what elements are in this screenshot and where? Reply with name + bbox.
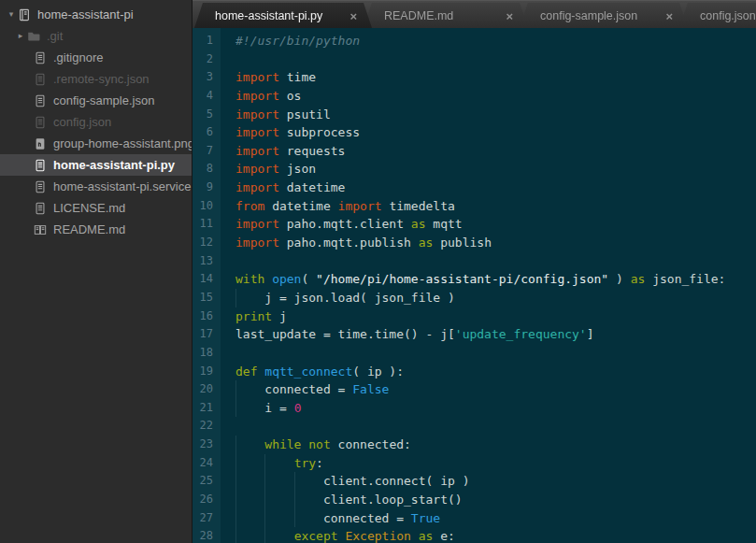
code-text: client.connect( ip ) <box>221 472 756 491</box>
indent-guide <box>264 472 265 491</box>
code-line-20[interactable]: 20 connected = False <box>193 380 756 399</box>
line-number[interactable]: 20 <box>193 380 221 399</box>
tree-item-label: config.json <box>53 115 111 129</box>
tab-label: config.json <box>700 9 756 22</box>
line-number[interactable]: 18 <box>193 344 221 363</box>
indent-guide <box>235 527 236 543</box>
code-line-8[interactable]: 8import json <box>193 160 756 179</box>
indent-guide <box>235 472 236 491</box>
line-number[interactable]: 12 <box>193 234 221 252</box>
line-number[interactable]: 2 <box>193 50 221 69</box>
tree-item-config-sample.json[interactable]: config-sample.json <box>0 90 192 111</box>
line-number[interactable]: 28 <box>193 527 221 543</box>
line-number[interactable]: 27 <box>193 509 221 528</box>
code-line-11[interactable]: 11import paho.mqtt.client as mqtt <box>193 215 756 234</box>
tree-item-README.md[interactable]: README.md <box>0 219 192 240</box>
code-line-17[interactable]: 17last_update = time.time() - j['update_… <box>193 325 756 344</box>
code-line-5[interactable]: 5import psutil <box>193 106 756 124</box>
code-line-7[interactable]: 7import requests <box>193 142 756 161</box>
code-line-25[interactable]: 25 client.connect( ip ) <box>193 472 756 491</box>
line-number[interactable]: 25 <box>193 472 221 491</box>
code-line-28[interactable]: 28 except Exception as e: <box>193 527 756 543</box>
line-number[interactable]: 1 <box>193 32 221 50</box>
code-text: #!/usr/bin/python <box>221 32 756 50</box>
code-text: import paho.mqtt.client as mqtt <box>221 215 756 234</box>
line-number[interactable]: 21 <box>193 399 221 418</box>
tree-item-group-home-assistant.png[interactable]: group-home-assistant.png <box>0 133 192 154</box>
line-number[interactable]: 22 <box>193 417 221 436</box>
line-number[interactable]: 8 <box>193 160 221 179</box>
code-line-6[interactable]: 6import subprocess <box>193 123 756 142</box>
line-number[interactable]: 14 <box>193 270 221 289</box>
code-line-14[interactable]: 14with open( "/home/pi/home-assistant-pi… <box>193 270 756 289</box>
indent-guide <box>235 436 236 454</box>
line-number[interactable]: 7 <box>193 142 221 161</box>
code-text: import subprocess <box>221 123 756 142</box>
line-number[interactable]: 11 <box>193 215 221 234</box>
code-line-9[interactable]: 9import datetime <box>193 179 756 197</box>
tab-config-sample.json[interactable]: config-sample.json× <box>520 3 688 28</box>
line-number[interactable]: 23 <box>193 436 221 454</box>
code-line-16[interactable]: 16print j <box>193 307 756 326</box>
code-editor[interactable]: 1#!/usr/bin/python23import time4import o… <box>193 28 756 543</box>
folder-icon <box>26 29 40 43</box>
tab-home-assistant-pi.py[interactable]: home-assistant-pi.py× <box>194 3 372 28</box>
code-line-12[interactable]: 12import paho.mqtt.publish as publish <box>193 234 756 252</box>
code-text: import requests <box>221 142 756 161</box>
tree-item-.git[interactable]: ▸.git <box>0 25 192 47</box>
indent-guide <box>294 491 295 509</box>
code-line-27[interactable]: 27 connected = True <box>193 509 756 528</box>
code-line-26[interactable]: 26 client.loop_start() <box>193 491 756 509</box>
line-number[interactable]: 10 <box>193 197 221 216</box>
code-text: import os <box>221 87 756 106</box>
code-line-19[interactable]: 19def mqtt_connect( ip ): <box>193 363 756 381</box>
line-number[interactable]: 19 <box>193 363 221 381</box>
code-line-15[interactable]: 15 j = json.load( json_file ) <box>193 289 756 307</box>
code-line-21[interactable]: 21 i = 0 <box>193 399 756 418</box>
code-line-4[interactable]: 4import os <box>193 87 756 106</box>
tree-item-LICENSE.md[interactable]: LICENSE.md <box>0 197 192 219</box>
line-number[interactable]: 24 <box>193 454 221 473</box>
chevron-right-icon[interactable]: ▸ <box>15 25 26 47</box>
line-number[interactable]: 26 <box>193 491 221 509</box>
line-number[interactable]: 6 <box>193 123 221 142</box>
code-line-1[interactable]: 1#!/usr/bin/python <box>193 32 756 50</box>
code-line-22[interactable]: 22 <box>193 417 756 436</box>
line-number[interactable]: 5 <box>193 106 221 124</box>
line-number[interactable]: 15 <box>193 289 221 307</box>
line-number[interactable]: 3 <box>193 68 221 87</box>
code-text: with open( "/home/pi/home-assistant-pi/c… <box>221 270 756 289</box>
chevron-down-icon[interactable]: ▾ <box>6 4 17 25</box>
close-icon[interactable]: × <box>506 9 513 21</box>
code-text: print j <box>221 307 756 326</box>
line-number[interactable]: 16 <box>193 307 221 326</box>
tree-item-.remote-sync.json[interactable]: .remote-sync.json <box>0 68 192 90</box>
tree-root-home-assistant-pi[interactable]: ▾home-assistant-pi <box>0 4 192 25</box>
file-tree: ▾home-assistant-pi▸.git.gitignore.remote… <box>0 0 192 240</box>
tree-item-home-assistant-pi.service[interactable]: home-assistant-pi.service <box>0 176 192 197</box>
close-icon[interactable]: × <box>665 9 673 21</box>
indent-guide <box>235 380 236 399</box>
line-number[interactable]: 13 <box>193 252 221 271</box>
tree-item-home-assistant-pi.py[interactable]: home-assistant-pi.py <box>0 154 192 176</box>
code-text: client.loop_start() <box>221 491 756 509</box>
code-line-2[interactable]: 2 <box>193 50 756 69</box>
repo-icon <box>17 7 31 21</box>
line-number[interactable]: 17 <box>193 325 221 344</box>
close-icon[interactable]: × <box>349 9 357 21</box>
code-line-13[interactable]: 13 <box>193 252 756 271</box>
code-line-10[interactable]: 10from datetime import timedelta <box>193 197 756 216</box>
tab-config.json[interactable]: config.json <box>679 3 756 28</box>
tree-item-label: home-assistant-pi.py <box>53 158 175 172</box>
indent-guide <box>264 491 265 509</box>
code-text: import datetime <box>221 179 756 197</box>
code-line-24[interactable]: 24 try: <box>193 454 756 473</box>
line-number[interactable]: 4 <box>193 87 221 106</box>
tree-item-.gitignore[interactable]: .gitignore <box>0 47 192 68</box>
code-line-23[interactable]: 23 while not connected: <box>193 436 756 454</box>
line-number[interactable]: 9 <box>193 179 221 197</box>
tab-README.md[interactable]: README.md× <box>364 3 528 28</box>
code-line-18[interactable]: 18 <box>193 344 756 363</box>
tree-item-config.json[interactable]: config.json <box>0 111 192 133</box>
code-line-3[interactable]: 3import time <box>193 68 756 87</box>
